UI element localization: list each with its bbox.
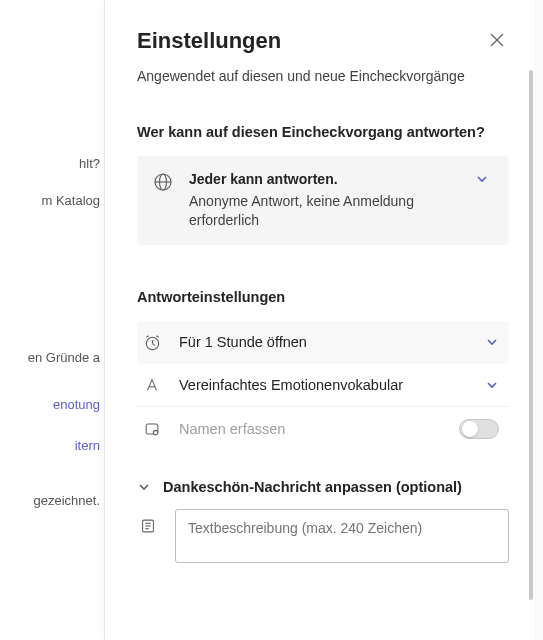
backdrop-text: m Katalog [0, 187, 104, 214]
capture-names-label: Namen erfassen [179, 421, 443, 437]
backdrop-text: gezeichnet. [0, 487, 104, 514]
backdrop-text: hlt? [0, 150, 104, 177]
backdrop-link: enotung [0, 391, 104, 418]
thanks-label: Dankeschön-Nachricht anpassen (optional) [163, 479, 462, 495]
thanks-textarea[interactable] [175, 509, 509, 563]
close-icon [489, 32, 505, 48]
chevron-down-icon [485, 335, 499, 349]
duration-label: Für 1 Stunde öffnen [179, 334, 459, 350]
scrollbar[interactable] [529, 70, 533, 600]
capture-names-row: Namen erfassen [137, 407, 509, 451]
badge-icon [143, 420, 161, 438]
svg-line-7 [152, 343, 154, 345]
thanks-expander[interactable]: Dankeschön-Nachricht anpassen (optional) [137, 479, 509, 495]
who-can-respond-heading: Wer kann auf diesen Eincheckvorgang antw… [137, 124, 509, 140]
svg-line-9 [156, 336, 158, 337]
answer-settings-heading: Antworteinstellungen [137, 289, 509, 305]
page-title: Einstellungen [137, 28, 281, 54]
font-icon [143, 376, 161, 394]
globe-icon [153, 172, 173, 192]
chevron-down-icon [137, 480, 151, 494]
backdrop-link: itern [0, 432, 104, 459]
respond-title: Jeder kann antworten. [189, 170, 461, 190]
respond-setting-card[interactable]: Jeder kann antworten. Anonyme Antwort, k… [137, 156, 509, 245]
toggle-knob [462, 421, 478, 437]
chevron-down-icon [475, 172, 489, 186]
duration-row[interactable]: Für 1 Stunde öffnen [137, 321, 509, 364]
vocabulary-row[interactable]: Vereinfachtes Emotionenvokabular [137, 364, 509, 407]
backdrop-text: en Gründe a [0, 344, 104, 371]
close-button[interactable] [485, 28, 509, 52]
chevron-down-icon [485, 378, 499, 392]
respond-desc: Anonyme Antwort, keine Anmeldung erforde… [189, 193, 414, 229]
note-icon [139, 517, 157, 535]
capture-names-toggle[interactable] [459, 419, 499, 439]
settings-panel: Einstellungen Angewendet auf diesen und … [105, 0, 535, 640]
vocabulary-label: Vereinfachtes Emotionenvokabular [179, 377, 459, 393]
svg-line-8 [146, 336, 148, 337]
dimmed-backdrop: hlt? m Katalog en Gründe a enotung itern… [0, 0, 105, 640]
clock-icon [143, 333, 162, 352]
svg-point-12 [153, 430, 158, 435]
panel-subtitle: Angewendet auf diesen und neue Eincheckv… [137, 68, 509, 84]
